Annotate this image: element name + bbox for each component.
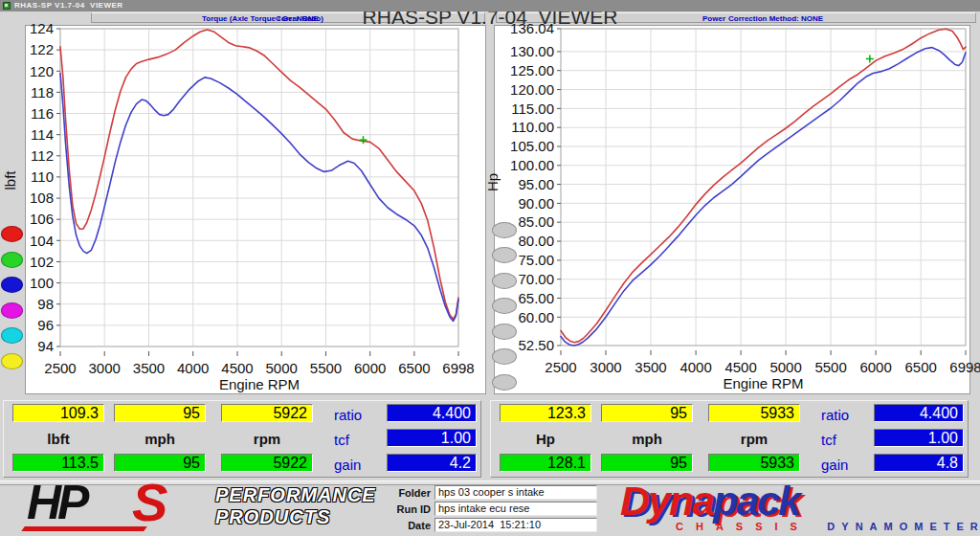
torque-primary-readout[interactable]: 109.3 [12, 404, 104, 422]
speed-secondary-readout[interactable]: 95 [114, 454, 206, 472]
app-icon[interactable] [3, 2, 11, 10]
rpm-primary-readout[interactable]: 5933 [708, 404, 800, 422]
y-tick-label: 100.00 [510, 157, 554, 173]
run-slot-button-6[interactable] [492, 348, 517, 365]
chart-canvas: 1241221201181161141121101081061041021009… [26, 26, 487, 395]
date-field[interactable]: 23-Jul-2014 15:21:10 [434, 518, 597, 532]
y-tick-label: 112 [31, 147, 54, 164]
run-id-field[interactable]: hps intake ecu rese [434, 502, 597, 516]
y-tick-label: 52.50 [518, 337, 554, 353]
run-info-row: Folder hps 03 cooper s intake [362, 485, 601, 500]
tcf-field[interactable]: 1.00 [874, 429, 964, 447]
torque-secondary-readout[interactable]: 113.5 [12, 454, 104, 472]
run-slot-button-4[interactable] [492, 298, 517, 314]
x-tick-label: 5500 [814, 359, 846, 375]
run-info-row: Run ID hps intake ecu rese [362, 502, 601, 516]
folder-field[interactable]: hps 03 cooper s intake [434, 485, 597, 500]
y-tick-label: 108 [30, 190, 54, 206]
tcf-label: tcf [334, 432, 382, 448]
speed-unit-label: mph [114, 431, 206, 447]
torque-chart[interactable]: 1241221201181161141121101081061041021009… [25, 25, 486, 394]
curve-power-blue [561, 48, 966, 346]
run-slot-button-1[interactable] [492, 222, 517, 238]
gain-label: gain [821, 457, 869, 473]
y-tick-label: 95.00 [518, 176, 554, 192]
x-tick-label: 6998 [949, 359, 980, 375]
speed-secondary-readout[interactable]: 95 [601, 454, 693, 472]
hps-logo: HP S PERFORMANCE PRODUCTS [10, 482, 366, 534]
gain-field[interactable]: 4.2 [387, 454, 477, 472]
power-unit-label: Hp [500, 431, 591, 447]
gain-field[interactable]: 4.8 [874, 454, 964, 472]
hps-logo-text: PERFORMANCE PRODUCTS [215, 484, 376, 528]
y-tick-label: 85.00 [518, 213, 554, 230]
x-tick-label: 4500 [724, 359, 756, 375]
power-primary-readout[interactable]: 123.3 [500, 404, 591, 422]
x-tick-label: 2500 [44, 360, 76, 376]
power-chart[interactable]: 136.04130.00125.00120.00115.00110.00105.… [494, 25, 970, 394]
rpm-unit-label: rpm [221, 431, 313, 447]
hps-logo-hp: HP [27, 475, 85, 530]
speed-primary-readout[interactable]: 95 [601, 404, 693, 422]
y-tick-label: 110.00 [511, 119, 554, 135]
tcf-field[interactable]: 1.00 [387, 429, 477, 447]
torque-y-axis-label: lbft [2, 170, 18, 190]
run-info: Folder hps 03 cooper s intake Run ID hps… [362, 485, 601, 534]
x-tick-label: 2500 [545, 359, 576, 375]
rpm-secondary-readout[interactable]: 5922 [221, 454, 313, 472]
y-tick-label: 80.00 [518, 233, 554, 249]
y-tick-label: 96 [37, 317, 54, 333]
y-tick-label: 94 [37, 338, 54, 354]
x-tick-label: 3000 [590, 359, 621, 375]
run-info-row: Date 23-Jul-2014 15:21:10 [362, 518, 601, 532]
x-axis-title: Engine RPM [219, 376, 300, 392]
y-tick-label: 106 [30, 211, 54, 227]
y-tick-label: 104 [30, 233, 54, 249]
x-tick-label: 6000 [354, 360, 386, 376]
curve-torque-blue [60, 74, 458, 322]
x-tick-label: 4500 [221, 360, 253, 376]
y-tick-label: 114 [31, 126, 54, 143]
folder-label: Folder [362, 487, 431, 499]
y-tick-label: 102 [30, 254, 54, 270]
y-tick-label: 120.00 [510, 81, 554, 98]
run-select-button-magenta[interactable] [1, 302, 23, 319]
plot-border [60, 29, 458, 346]
x-tick-label: 3000 [89, 360, 121, 376]
dynapack-logo-wordmark: Dynapack [620, 481, 974, 520]
tcf-label: tcf [821, 432, 869, 448]
rpm-secondary-readout[interactable]: 5933 [708, 454, 800, 472]
ratio-label: ratio [334, 407, 382, 423]
dynapack-logo-dynamometers: DYNAMOMETERS [827, 521, 980, 532]
speed-unit-label: mph [601, 431, 693, 447]
run-slot-button-3[interactable] [492, 273, 517, 289]
curve-torque-red [60, 30, 458, 319]
y-tick-label: 98 [37, 296, 54, 312]
rpm-primary-readout[interactable]: 5922 [221, 404, 313, 422]
run-select-button-cyan[interactable] [1, 327, 23, 344]
y-tick-label: 125.00 [510, 62, 554, 78]
hps-logo-line1: PERFORMANCE [215, 484, 376, 506]
y-tick-label: 100 [30, 275, 54, 291]
y-tick-label: 70.00 [518, 271, 554, 287]
run-select-button-green[interactable] [1, 252, 23, 268]
y-tick-label: 105.00 [510, 138, 554, 154]
speed-primary-readout[interactable]: 95 [114, 404, 206, 422]
run-slot-button-5[interactable] [492, 324, 517, 340]
ratio-label: ratio [821, 407, 869, 423]
ratio-field[interactable]: 4.400 [387, 404, 477, 422]
run-select-button-yellow[interactable] [1, 353, 23, 369]
run-slot-button-2[interactable] [492, 247, 517, 263]
x-tick-label: 5500 [310, 360, 342, 376]
power-secondary-readout[interactable]: 128.1 [500, 454, 591, 472]
x-tick-label: 6998 [442, 360, 474, 376]
run-select-button-blue[interactable] [1, 277, 23, 293]
hps-logo-s: S [132, 471, 167, 533]
ratio-field[interactable]: 4.400 [874, 404, 964, 422]
x-tick-label: 6000 [859, 359, 891, 375]
y-tick-label: 90.00 [518, 195, 554, 212]
y-tick-label: 65.00 [518, 290, 554, 306]
window-title: RHAS-SP V1.7-04 VIEWER [14, 1, 123, 10]
run-slot-button-7[interactable] [492, 374, 517, 391]
run-select-button-red[interactable] [1, 226, 23, 242]
